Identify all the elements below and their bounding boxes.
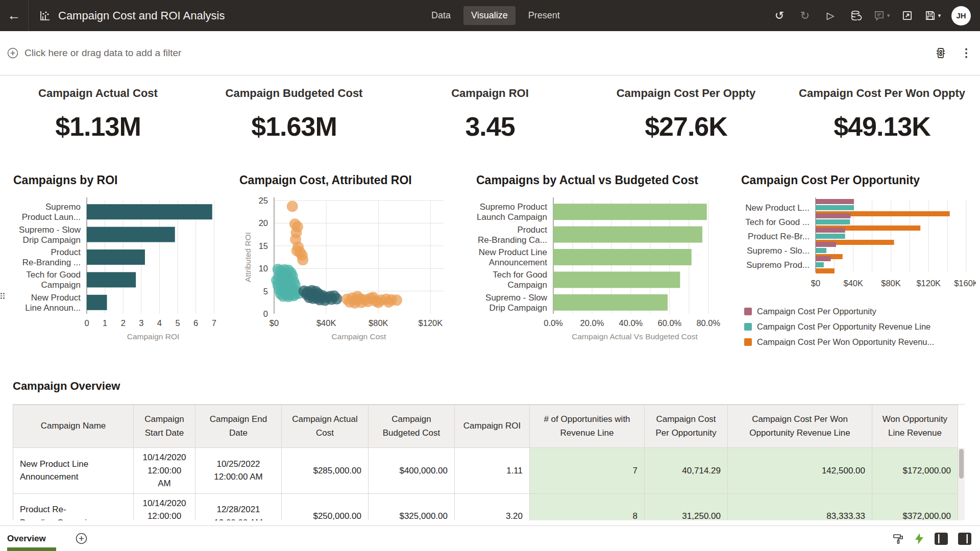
column-header[interactable]: Campaign Name bbox=[13, 405, 134, 448]
bar[interactable] bbox=[816, 256, 831, 261]
tab-data[interactable]: Data bbox=[424, 6, 458, 25]
bar[interactable] bbox=[553, 271, 680, 288]
svg-text:Re-Branding ...: Re-Branding ... bbox=[22, 258, 81, 267]
table-cell: $372,000.00 bbox=[872, 493, 958, 520]
toggle-left-panel-icon[interactable] bbox=[934, 532, 948, 545]
svg-text:Tech for Good ...: Tech for Good ... bbox=[745, 217, 810, 227]
canvas-style-icon[interactable] bbox=[892, 533, 904, 545]
table-cell: 10/14/2020 12:00:00 AM bbox=[134, 448, 195, 494]
redo-icon[interactable]: ↻ bbox=[794, 5, 816, 27]
table-row[interactable]: Product Re-Branding Campaign10/14/2020 1… bbox=[13, 493, 958, 520]
bar[interactable] bbox=[553, 294, 668, 311]
tab-present[interactable]: Present bbox=[521, 6, 568, 25]
bar[interactable] bbox=[816, 234, 845, 239]
campaign-overview-table[interactable]: Campaign NameCampaign Start DateCampaign… bbox=[13, 404, 965, 520]
column-header[interactable]: Campaign Actual Cost bbox=[282, 405, 369, 448]
kpi-campaign-actual-cost[interactable]: Campaign Actual Cost $1.13M bbox=[0, 87, 196, 166]
kpi-campaign-cost-per-oppty[interactable]: Campaign Cost Per Oppty $27.6K bbox=[588, 87, 784, 166]
bar[interactable] bbox=[87, 249, 145, 265]
tab-visualize[interactable]: Visualize bbox=[463, 6, 516, 25]
kpi-campaign-cost-per-won-oppty[interactable]: Campaign Cost Per Won Oppty $49.13K bbox=[784, 87, 980, 166]
filter-controls-icon[interactable] bbox=[934, 46, 947, 60]
column-header[interactable]: Campaign Cost Per Won Opportunity Revenu… bbox=[728, 405, 872, 448]
bar[interactable] bbox=[816, 219, 850, 224]
refresh-data-icon[interactable] bbox=[845, 5, 867, 27]
chart-canvas[interactable]: New Product L...Tech for Good ...Product… bbox=[741, 190, 976, 346]
toggle-right-panel-icon[interactable] bbox=[958, 532, 972, 545]
app-header: ← Campaign Cost and ROI Analysis Data Vi… bbox=[0, 0, 980, 31]
column-header[interactable]: Campaign Budgeted Cost bbox=[369, 405, 455, 448]
bar[interactable] bbox=[816, 199, 854, 204]
table-cell: 1.11 bbox=[455, 448, 530, 494]
bar[interactable] bbox=[816, 268, 835, 273]
auto-insights-icon[interactable] bbox=[914, 533, 925, 545]
svg-text:Re-Branding Ca...: Re-Branding Ca... bbox=[478, 235, 547, 245]
bar[interactable] bbox=[553, 227, 702, 243]
scatter-point[interactable] bbox=[331, 293, 342, 305]
table-cell: 142,500.00 bbox=[728, 448, 872, 494]
visualization-logo-icon bbox=[39, 10, 51, 22]
bar[interactable] bbox=[816, 228, 845, 233]
kebab-menu-icon[interactable]: ⋮ bbox=[961, 46, 972, 60]
scatter-point[interactable] bbox=[352, 291, 363, 302]
column-header[interactable]: Campaign ROI bbox=[455, 405, 530, 448]
table-vertical-scrollbar[interactable] bbox=[958, 448, 965, 520]
back-button[interactable]: ← bbox=[0, 0, 29, 31]
svg-text:Tech for Good: Tech for Good bbox=[26, 270, 81, 280]
add-filter-hint-text: Click here or drag data to add a filter bbox=[24, 47, 181, 59]
scatter-point[interactable] bbox=[287, 201, 298, 212]
bar[interactable] bbox=[816, 248, 826, 253]
chart-cost-per-opportunity: Campaign Cost Per Opportunity New Produc… bbox=[741, 166, 976, 355]
bar[interactable] bbox=[87, 272, 136, 287]
svg-text:Campaign: Campaign bbox=[41, 280, 81, 290]
column-header[interactable]: # of Opportunities with Revenue Line bbox=[530, 405, 645, 448]
scrollbar-thumb[interactable] bbox=[959, 449, 964, 479]
scatter-point[interactable] bbox=[288, 290, 299, 301]
bar[interactable] bbox=[816, 213, 850, 218]
bar[interactable] bbox=[553, 204, 707, 220]
column-header[interactable]: Won Opportunity Line Revenue bbox=[872, 405, 958, 448]
bar[interactable] bbox=[87, 204, 212, 219]
add-filter-dropzone[interactable]: Click here or drag data to add a filter bbox=[7, 47, 181, 59]
chart-title: Campaign Cost Per Opportunity bbox=[741, 173, 976, 187]
bar[interactable] bbox=[87, 295, 107, 310]
scatter-point[interactable] bbox=[297, 254, 308, 265]
scatter-point[interactable] bbox=[383, 296, 395, 308]
chart-canvas[interactable]: SupremoProduct Laun...Supremo - SlowDrip… bbox=[1, 190, 233, 346]
scatter-point[interactable] bbox=[368, 292, 379, 303]
table-cell: 8 bbox=[530, 493, 645, 520]
chart-canvas[interactable]: 0510152025Attributed ROI$0$40K$80K$120KC… bbox=[233, 190, 473, 346]
comments-icon[interactable]: ▾ bbox=[871, 5, 892, 27]
bar[interactable] bbox=[87, 227, 175, 242]
bar[interactable] bbox=[816, 242, 836, 247]
canvas-tab-overview[interactable]: Overview bbox=[7, 534, 46, 544]
svg-text:6: 6 bbox=[193, 318, 198, 328]
kpi-campaign-budgeted-cost[interactable]: Campaign Budgeted Cost $1.63M bbox=[196, 87, 392, 166]
table-cell: Product Re-Branding Campaign bbox=[13, 493, 134, 520]
table-row[interactable]: New Product Line Announcement10/14/2020 … bbox=[13, 448, 958, 494]
add-canvas-icon[interactable] bbox=[76, 533, 87, 544]
legend-swatch bbox=[744, 308, 752, 315]
column-header[interactable]: Campaign Cost Per Opportunity bbox=[645, 405, 728, 448]
back-arrow-icon: ← bbox=[8, 8, 21, 23]
column-header[interactable]: Campaign End Date bbox=[195, 405, 282, 448]
bar[interactable] bbox=[816, 205, 854, 210]
active-canvas-indicator bbox=[7, 547, 56, 551]
svg-text:$0: $0 bbox=[811, 279, 820, 288]
svg-text:10: 10 bbox=[259, 264, 268, 273]
undo-icon[interactable]: ↺ bbox=[769, 5, 790, 27]
save-icon[interactable]: ▾ bbox=[922, 5, 943, 27]
kpi-label: Campaign Cost Per Oppty bbox=[588, 87, 784, 100]
open-in-window-icon[interactable] bbox=[896, 5, 918, 27]
run-icon[interactable]: ▷ bbox=[820, 5, 841, 27]
bar[interactable] bbox=[553, 249, 692, 265]
bar[interactable] bbox=[816, 262, 824, 267]
avatar[interactable]: JH bbox=[951, 6, 971, 26]
kpi-campaign-roi[interactable]: Campaign ROI 3.45 bbox=[392, 87, 588, 166]
svg-text:Announcement: Announcement bbox=[489, 258, 548, 267]
column-header[interactable]: Campaign Start Date bbox=[134, 405, 195, 448]
chart-canvas[interactable]: Supremo ProductLaunch CampaignProductRe-… bbox=[473, 190, 741, 346]
svg-text:7: 7 bbox=[212, 318, 216, 328]
svg-text:$120K: $120K bbox=[419, 318, 443, 328]
kpi-value: $1.63M bbox=[196, 111, 392, 142]
